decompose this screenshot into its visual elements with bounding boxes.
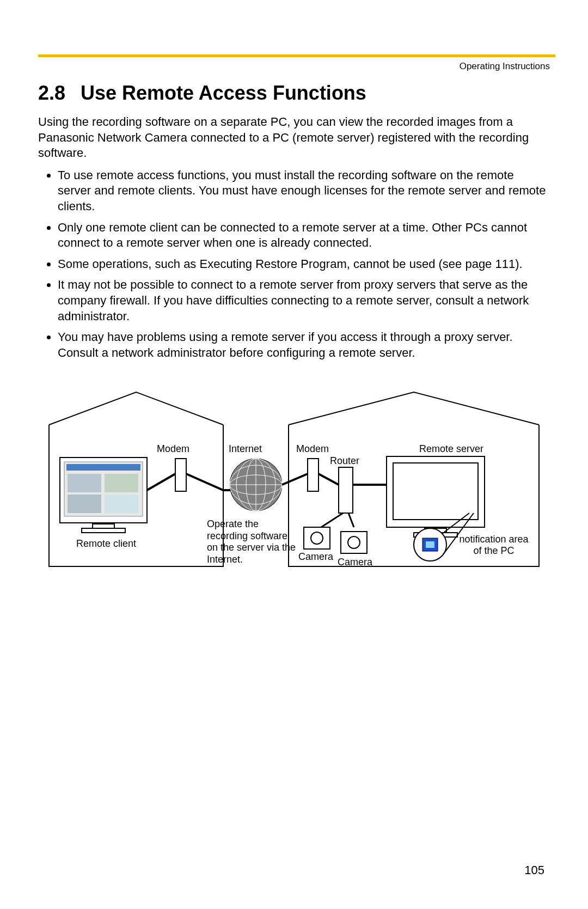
intro-paragraph: Using the recording software on a separa… — [38, 114, 550, 161]
list-item: Some operations, such as Executing Resto… — [58, 257, 550, 272]
bullet-list: To use remote access functions, you must… — [38, 168, 550, 361]
svg-rect-2 — [68, 474, 101, 492]
svg-rect-9 — [175, 459, 186, 491]
svg-point-20 — [311, 532, 323, 544]
link-line — [348, 513, 354, 527]
svg-rect-8 — [82, 528, 125, 533]
svg-rect-18 — [339, 467, 353, 513]
network-diagram: Remote client Modem Internet — [38, 387, 550, 596]
list-item: You may have problems using a remote ser… — [58, 330, 550, 361]
camera1-label: Camera — [298, 551, 334, 562]
svg-rect-24 — [393, 463, 478, 520]
svg-point-22 — [348, 536, 360, 548]
camera-icon — [341, 532, 367, 553]
router-icon — [339, 467, 353, 513]
link-line — [318, 474, 339, 485]
modem-right-icon — [308, 459, 318, 491]
section-title-text: Use Remote Access Functions — [81, 82, 366, 104]
svg-rect-17 — [308, 459, 318, 491]
list-item: Only one remote client can be connected … — [58, 220, 550, 251]
section-title: 2.8Use Remote Access Functions — [38, 82, 550, 105]
internet-label: Internet — [229, 443, 262, 454]
svg-rect-5 — [105, 495, 138, 513]
header-rule — [38, 54, 555, 57]
svg-rect-6 — [66, 464, 140, 471]
link-line — [321, 513, 343, 527]
svg-rect-29 — [426, 541, 434, 548]
link-line — [147, 474, 175, 490]
modem-left-label: Modem — [157, 443, 189, 454]
list-item: To use remote access functions, you must… — [58, 168, 550, 215]
modem-left-icon — [175, 459, 186, 491]
header-right-text: Operating Instructions — [460, 61, 550, 72]
router-label: Router — [330, 455, 359, 466]
operate-note: Operate the recording software on the se… — [207, 518, 299, 565]
remote-server-icon — [387, 456, 485, 537]
svg-rect-3 — [105, 474, 138, 492]
camera-icon — [304, 527, 330, 549]
remote-server-label: Remote server — [419, 443, 483, 454]
internet-globe-icon — [230, 459, 282, 511]
link-line — [282, 474, 308, 485]
link-line — [186, 474, 234, 490]
page-number: 105 — [524, 863, 544, 877]
svg-rect-7 — [93, 524, 114, 528]
list-item: It may not be possible to connect to a r… — [58, 277, 550, 324]
camera2-label: Camera — [338, 557, 373, 568]
remote-client-label: Remote client — [76, 538, 136, 549]
svg-rect-4 — [68, 495, 101, 513]
section-number: 2.8 — [38, 82, 65, 105]
remote-client-icon — [60, 457, 147, 533]
modem-right-label: Modem — [296, 443, 329, 454]
notification-label: notification area of the PC — [458, 534, 529, 556]
